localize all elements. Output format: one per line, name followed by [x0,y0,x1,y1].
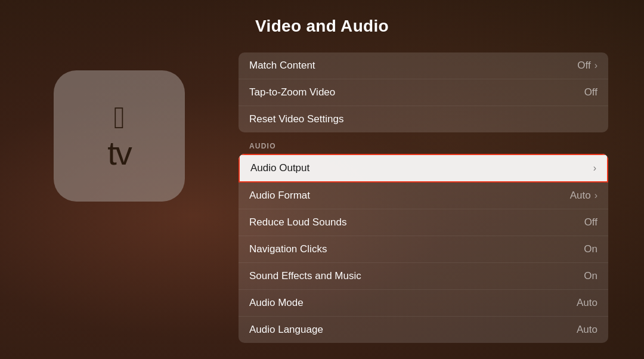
audio-section-label: AUDIO [239,134,608,154]
tap-to-zoom-value: Off [584,86,597,98]
device-icon-container:  tv [36,52,203,202]
reduce-loud-sounds-label: Reduce Loud Sounds [249,216,347,228]
audio-mode-right: Auto [577,297,597,309]
match-content-value: Off [577,60,590,72]
apple-logo-icon:  [114,102,125,133]
sound-effects-value: On [584,270,597,282]
match-content-label: Match Content [249,60,315,72]
page-title: Video and Audio [255,17,389,36]
match-content-chevron-icon: › [595,60,597,71]
audio-mode-value: Auto [577,297,597,309]
audio-language-value: Auto [577,324,597,336]
video-settings-group: Match Content Off › Tap-to-Zoom Video Of… [239,52,608,132]
audio-language-label: Audio Language [249,324,323,336]
match-content-row[interactable]: Match Content Off › [239,52,608,79]
navigation-clicks-row[interactable]: Navigation Clicks On [239,236,608,263]
sound-effects-label: Sound Effects and Music [249,270,361,282]
audio-format-chevron-icon: › [595,190,597,201]
reduce-loud-sounds-row[interactable]: Reduce Loud Sounds Off [239,209,608,236]
reset-video-label: Reset Video Settings [249,113,343,125]
tv-label: tv [107,137,131,170]
sound-effects-row[interactable]: Sound Effects and Music On [239,263,608,290]
audio-settings-group: Audio Output › Audio Format Auto › Reduc… [239,154,608,343]
reset-video-row[interactable]: Reset Video Settings [239,106,608,132]
reduce-loud-sounds-value: Off [584,216,597,228]
navigation-clicks-value: On [584,243,597,255]
audio-mode-label: Audio Mode [249,297,304,309]
tap-to-zoom-row[interactable]: Tap-to-Zoom Video Off [239,79,608,106]
navigation-clicks-label: Navigation Clicks [249,243,327,255]
audio-mode-row[interactable]: Audio Mode Auto [239,290,608,317]
audio-language-row[interactable]: Audio Language Auto [239,317,608,343]
audio-format-row[interactable]: Audio Format Auto › [239,182,608,209]
device-box:  tv [54,70,185,202]
navigation-clicks-right: On [584,243,597,255]
audio-language-right: Auto [577,324,597,336]
tap-to-zoom-label: Tap-to-Zoom Video [249,86,335,98]
audio-output-label: Audio Output [250,162,309,174]
audio-format-label: Audio Format [249,190,310,202]
tap-to-zoom-right: Off [584,86,597,98]
main-area:  tv Match Content Off › Tap-to-Zoom Vid… [0,52,644,344]
page-content: Video and Audio  tv Match Content Off › [0,0,644,359]
reduce-loud-sounds-right: Off [584,216,597,228]
audio-output-row[interactable]: Audio Output › [239,154,608,182]
sound-effects-right: On [584,270,597,282]
match-content-right: Off › [577,60,597,72]
audio-format-value: Auto [570,190,591,202]
audio-format-right: Auto › [570,190,597,202]
settings-list: Match Content Off › Tap-to-Zoom Video Of… [239,52,608,344]
audio-output-right: › [593,163,596,174]
audio-output-chevron-icon: › [593,163,596,174]
